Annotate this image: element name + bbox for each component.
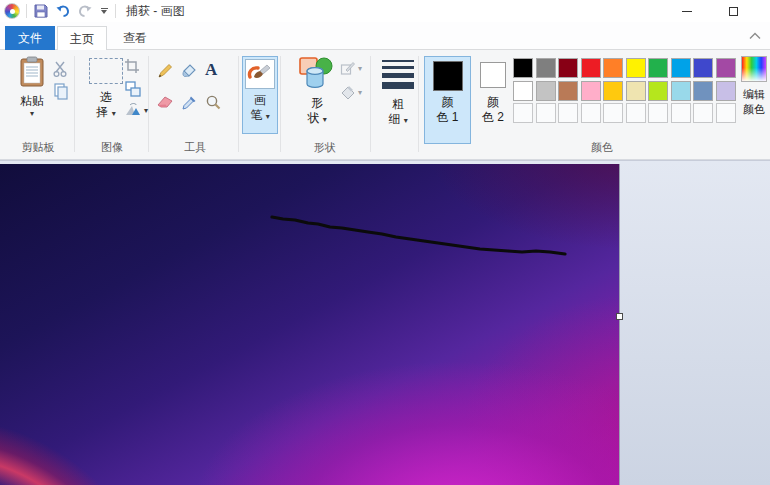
dropdown-arrow-icon: ▾ bbox=[266, 112, 270, 121]
palette-swatch[interactable] bbox=[693, 81, 713, 101]
dropdown-arrow-icon: ▾ bbox=[404, 116, 408, 125]
shape-fill-button[interactable]: ▾ bbox=[340, 84, 362, 100]
palette-swatch[interactable] bbox=[626, 81, 646, 101]
color-picker-tool[interactable] bbox=[180, 94, 198, 112]
scissors-icon bbox=[52, 60, 70, 78]
colors-group-label: 颜色 bbox=[570, 140, 634, 155]
divider bbox=[115, 4, 116, 18]
tools-group-label: 工具 bbox=[160, 140, 230, 155]
paste-button[interactable]: 粘贴 ▾ bbox=[10, 56, 54, 118]
color2-swatch bbox=[480, 62, 506, 88]
palette-swatch[interactable] bbox=[648, 81, 668, 101]
palette-empty-slot[interactable] bbox=[536, 103, 556, 123]
group-divider bbox=[148, 56, 149, 152]
palette-swatch[interactable] bbox=[648, 58, 668, 78]
select-label-line2: 择 ▾ bbox=[96, 105, 115, 121]
palette-swatch[interactable] bbox=[536, 58, 556, 78]
shapes-label-line2: 状 ▾ bbox=[307, 111, 326, 127]
redo-icon[interactable] bbox=[77, 3, 93, 19]
palette-empty-slot[interactable] bbox=[626, 103, 646, 123]
palette-swatch[interactable] bbox=[581, 81, 601, 101]
palette-empty-slot[interactable] bbox=[558, 103, 578, 123]
select-label-line1: 选 bbox=[100, 90, 112, 105]
line-width-icon bbox=[382, 60, 414, 89]
palette-empty-slot[interactable] bbox=[716, 103, 736, 123]
palette-empty-slot[interactable] bbox=[648, 103, 668, 123]
divider bbox=[26, 4, 27, 18]
shapes-button[interactable]: 形 状 ▾ bbox=[296, 56, 338, 127]
cut-button[interactable] bbox=[52, 60, 70, 78]
palette-swatch[interactable] bbox=[693, 58, 713, 78]
tab-home[interactable]: 主页 bbox=[57, 26, 107, 51]
selection-rect-icon bbox=[89, 58, 123, 84]
shapes-label-line1: 形 bbox=[311, 96, 323, 111]
palette-empty-slot[interactable] bbox=[671, 103, 691, 123]
workspace bbox=[0, 160, 770, 485]
palette-swatch[interactable] bbox=[716, 58, 736, 78]
palette-empty-slot[interactable] bbox=[603, 103, 623, 123]
group-divider bbox=[280, 56, 281, 152]
magnifier-tool[interactable] bbox=[204, 94, 222, 112]
resize-button[interactable] bbox=[124, 80, 142, 98]
image-group-label: 图像 bbox=[80, 140, 144, 155]
color1-button[interactable]: 颜 色 1 bbox=[424, 56, 471, 144]
dropdown-arrow-icon: ▾ bbox=[112, 109, 116, 118]
eraser-tool[interactable] bbox=[156, 94, 174, 110]
palette-swatch[interactable] bbox=[558, 81, 578, 101]
palette-swatch[interactable] bbox=[581, 58, 601, 78]
maximize-button[interactable] bbox=[710, 0, 756, 22]
palette-swatch[interactable] bbox=[603, 81, 623, 101]
rotate-button[interactable]: ▾ bbox=[124, 102, 148, 118]
edit-colors-button[interactable]: 编辑 颜色 bbox=[738, 56, 770, 117]
dropdown-arrow-icon: ▾ bbox=[358, 64, 362, 73]
copy-icon bbox=[52, 82, 70, 100]
palette-swatch[interactable] bbox=[603, 58, 623, 78]
customize-toolbar-icon[interactable] bbox=[99, 8, 109, 14]
palette-swatch[interactable] bbox=[513, 58, 533, 78]
clipboard-icon bbox=[19, 56, 45, 88]
select-button[interactable]: 选 择 ▾ bbox=[86, 58, 126, 121]
fill-tool[interactable] bbox=[180, 62, 198, 80]
size-label-line1: 粗 bbox=[392, 97, 404, 112]
fill-bucket-icon bbox=[180, 62, 198, 80]
magnifier-icon bbox=[204, 94, 222, 112]
palette-swatch[interactable] bbox=[671, 58, 691, 78]
collapse-ribbon-button[interactable] bbox=[744, 26, 766, 46]
palette-empty-slot[interactable] bbox=[513, 103, 533, 123]
dropdown-arrow-icon: ▾ bbox=[144, 106, 148, 115]
palette-swatch[interactable] bbox=[626, 58, 646, 78]
palette-swatch[interactable] bbox=[513, 81, 533, 101]
undo-icon[interactable] bbox=[55, 3, 71, 19]
color2-button[interactable]: 颜 色 2 bbox=[475, 56, 511, 144]
copy-button[interactable] bbox=[52, 82, 70, 100]
crop-button[interactable] bbox=[124, 58, 142, 76]
paint-app-icon[interactable] bbox=[4, 3, 20, 19]
resize-icon bbox=[124, 80, 142, 98]
color2-label-line1: 颜 bbox=[487, 95, 499, 110]
tab-view[interactable]: 查看 bbox=[109, 26, 161, 50]
shape-outline-button[interactable]: ▾ bbox=[340, 60, 362, 76]
paint-window: 捕获 - 画图 文件 主页 查看 bbox=[0, 0, 770, 485]
drawing-canvas[interactable] bbox=[0, 164, 620, 485]
brush-icon bbox=[245, 59, 275, 89]
save-icon[interactable] bbox=[33, 3, 49, 19]
palette-swatch[interactable] bbox=[716, 81, 736, 101]
brushes-button[interactable]: 画 笔 ▾ bbox=[242, 56, 278, 134]
palette-swatch[interactable] bbox=[558, 58, 578, 78]
eyedropper-icon bbox=[180, 94, 198, 112]
tab-file[interactable]: 文件 bbox=[5, 26, 55, 50]
chevron-up-icon bbox=[749, 32, 761, 40]
maximize-icon bbox=[729, 7, 738, 16]
palette-swatch[interactable] bbox=[536, 81, 556, 101]
minimize-button[interactable] bbox=[664, 0, 710, 22]
palette-empty-slot[interactable] bbox=[581, 103, 601, 123]
color1-label-line1: 颜 bbox=[442, 95, 454, 110]
palette-empty-slot[interactable] bbox=[693, 103, 713, 123]
color2-label-line2: 色 2 bbox=[482, 110, 504, 125]
edit-colors-icon bbox=[741, 56, 767, 82]
pencil-tool[interactable] bbox=[156, 62, 174, 80]
palette-swatch[interactable] bbox=[671, 81, 691, 101]
size-button[interactable]: 粗 细 ▾ bbox=[378, 60, 418, 128]
text-tool[interactable]: A bbox=[205, 60, 217, 80]
canvas-resize-handle[interactable] bbox=[616, 313, 623, 320]
